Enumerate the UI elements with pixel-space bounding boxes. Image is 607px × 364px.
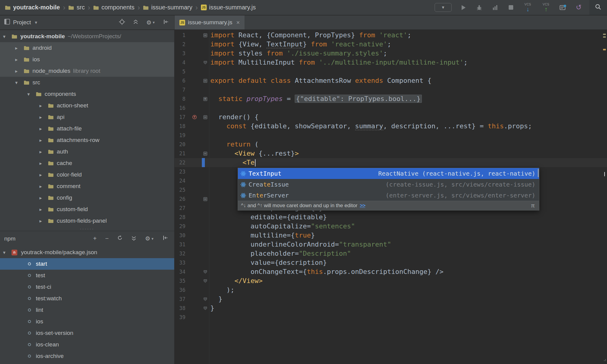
- tree-item-config[interactable]: ▸config: [0, 192, 174, 204]
- warning-stripe-mark[interactable]: [603, 49, 606, 50]
- tree-item-cache[interactable]: ▸cache: [0, 157, 174, 169]
- search-icon[interactable]: [595, 4, 602, 12]
- npm-item-test-ci[interactable]: test-ci: [0, 281, 174, 293]
- completion-item-createissue[interactable]: CreateIssue(create-issue.js, src/views/c…: [238, 179, 539, 190]
- editor[interactable]: 1−import React, {Component, PropTypes} f…: [175, 30, 607, 364]
- code-text[interactable]: autoCapitalize="sentences": [209, 222, 355, 231]
- npm-item-ios-archive[interactable]: ios-archive: [0, 350, 174, 362]
- npm-item-ios-clean[interactable]: ios-clean: [0, 339, 174, 350]
- fold-minus-icon[interactable]: −: [201, 113, 209, 122]
- chevron-right-icon[interactable]: ▸: [15, 68, 24, 74]
- completion-item-enterserver[interactable]: EnterServer(enter-server.js, src/views/e…: [238, 190, 539, 201]
- remove-icon[interactable]: −: [105, 235, 109, 242]
- breadcrumb-item-issue-summary-js[interactable]: JSissue-summary.js: [201, 4, 256, 11]
- completion-hint-link[interactable]: >>: [360, 203, 365, 209]
- run-button[interactable]: [459, 3, 467, 12]
- fold-end-icon[interactable]: [201, 304, 209, 313]
- fold-minus-icon[interactable]: −: [201, 31, 209, 40]
- code-text[interactable]: render() {: [209, 113, 259, 122]
- npm-item-start[interactable]: start: [0, 258, 174, 270]
- fold-minus-icon[interactable]: −: [201, 194, 209, 204]
- chevron-right-icon[interactable]: ▸: [39, 195, 48, 201]
- chevron-right-icon[interactable]: ▸: [39, 172, 48, 178]
- code-text[interactable]: import React, {Component, PropTypes} fro…: [209, 31, 411, 40]
- code-text[interactable]: export default class AttachmentsRow exte…: [209, 76, 432, 85]
- code-text[interactable]: </View>: [209, 276, 263, 285]
- code-text[interactable]: }: [209, 304, 214, 313]
- breadcrumb-item-src[interactable]: src: [68, 4, 85, 11]
- chevron-right-icon[interactable]: ▸: [39, 103, 48, 109]
- chevron-right-icon[interactable]: ▸: [15, 45, 24, 51]
- add-icon[interactable]: +: [93, 235, 97, 242]
- code-text[interactable]: placeholder="Description": [209, 249, 351, 258]
- tree-item-color-field[interactable]: ▸color-field: [0, 169, 174, 180]
- npm-item-ios-set-version[interactable]: ios-set-version: [0, 327, 174, 339]
- code-text[interactable]: import styles from './issue-summary.styl…: [209, 49, 387, 58]
- tab-issue-summary-js[interactable]: JS issue-summary.js ×: [175, 15, 245, 29]
- code-text[interactable]: underlineColorAndroid="transparent": [209, 240, 391, 249]
- tree-item-auth[interactable]: ▸auth: [0, 146, 174, 157]
- fold-end-icon[interactable]: [201, 58, 209, 67]
- tree-item-action-sheet[interactable]: ▸action-sheet: [0, 100, 174, 111]
- chevron-right-icon[interactable]: ▸: [39, 137, 48, 143]
- tree-item-ios[interactable]: ▸ios: [0, 54, 174, 65]
- caret-stripe-mark[interactable]: [604, 172, 605, 176]
- completion-item-textinput[interactable]: TextInputReactNative (react-native.js, r…: [238, 168, 539, 179]
- popup-scrollbar[interactable]: [538, 169, 539, 177]
- breadcrumb-item-components[interactable]: components: [93, 4, 134, 11]
- chevron-down-icon[interactable]: ▾: [3, 250, 12, 255]
- chevron-down-icon[interactable]: ▾: [27, 91, 36, 97]
- project-panel-title[interactable]: Project: [13, 19, 31, 26]
- override-gutter-icon[interactable]: [185, 113, 201, 122]
- breadcrumb-item-youtrack-mobile[interactable]: youtrack-mobile: [5, 4, 60, 11]
- vcs-push-button[interactable]: VCS ↑: [541, 3, 551, 12]
- fold-end-icon[interactable]: [201, 276, 209, 285]
- chevron-right-icon[interactable]: ▸: [39, 114, 48, 120]
- fold-end-icon[interactable]: [201, 295, 209, 304]
- code-text[interactable]: multiline={true}: [209, 231, 315, 240]
- locate-file-icon[interactable]: [119, 19, 125, 26]
- code-text[interactable]: onChangeText={this.props.onDescriptionCh…: [209, 267, 443, 276]
- expand-all-icon[interactable]: [131, 235, 137, 242]
- hide-panel-icon[interactable]: [163, 19, 169, 26]
- tree-item-api[interactable]: ▸api: [0, 111, 174, 123]
- tree-item-comment[interactable]: ▸comment: [0, 180, 174, 192]
- resize-grip-icon[interactable]: [602, 358, 606, 363]
- stop-button[interactable]: [507, 3, 515, 12]
- vcs-update-button[interactable]: VCS ↓: [523, 3, 533, 12]
- settings-gear-icon[interactable]: ⚙▼: [145, 235, 154, 242]
- npm-item-ios[interactable]: ios: [0, 316, 174, 327]
- close-icon[interactable]: ×: [236, 19, 240, 26]
- warning-stripe-mark[interactable]: [603, 34, 606, 35]
- fold-minus-icon[interactable]: −: [201, 76, 209, 85]
- settings-gear-icon[interactable]: ⚙▼: [146, 19, 155, 26]
- tree-item-custom-fields-panel[interactable]: ▸custom-fields-panel: [0, 215, 174, 227]
- code-text[interactable]: }: [209, 295, 222, 304]
- code-text[interactable]: editable={editable}: [209, 213, 327, 222]
- code-text[interactable]: <View {...rest}>: [209, 149, 299, 158]
- tree-item-components[interactable]: ▾components: [0, 88, 174, 100]
- chevron-right-icon[interactable]: ▸: [39, 218, 48, 224]
- code-text[interactable]: import MultilineInput from '../multiline…: [209, 58, 468, 67]
- fold-plus-icon[interactable]: +: [201, 94, 209, 103]
- breadcrumb-item-issue-summary[interactable]: issue-summary: [143, 4, 192, 11]
- code-text[interactable]: value={description}: [209, 258, 327, 267]
- fold-end-icon[interactable]: [201, 267, 209, 276]
- chevron-right-icon[interactable]: ▸: [39, 126, 48, 132]
- chevron-right-icon[interactable]: ▸: [39, 207, 48, 212]
- tree-item-youtrack-mobile[interactable]: ▾youtrack-mobile~/WebstormProjects/: [0, 31, 174, 42]
- chevron-right-icon[interactable]: ▸: [39, 149, 48, 155]
- coverage-button[interactable]: [491, 3, 499, 12]
- warning-stripe-mark[interactable]: [603, 36, 606, 38]
- hide-panel-icon[interactable]: [163, 235, 168, 242]
- tree-item-attach-file[interactable]: ▸attach-file: [0, 123, 174, 134]
- chevron-right-icon[interactable]: ▸: [15, 57, 24, 62]
- code-text[interactable]: );: [209, 285, 234, 295]
- refresh-icon[interactable]: [117, 235, 123, 242]
- npm-item-youtrack-mobile-package-json[interactable]: ▾nyoutrack-mobile/package.json: [0, 247, 174, 258]
- debug-button[interactable]: [475, 3, 483, 12]
- code-text[interactable]: return (: [209, 140, 259, 149]
- chevron-down-icon[interactable]: ▼: [34, 20, 38, 25]
- tree-item-custom-field[interactable]: ▸custom-field: [0, 204, 174, 215]
- code-text[interactable]: static propTypes = {"editable": PropType…: [209, 94, 422, 103]
